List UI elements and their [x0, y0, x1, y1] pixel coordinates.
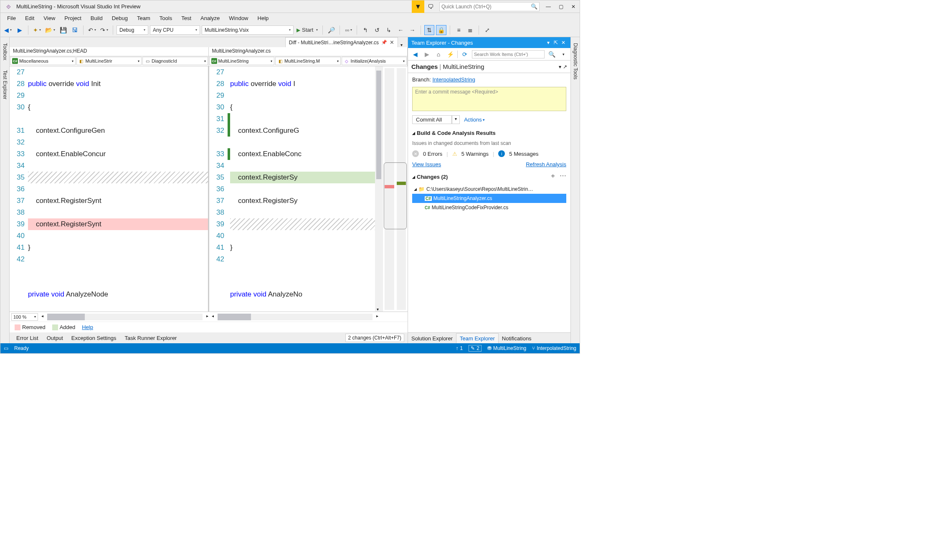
panel-pin-icon[interactable]: ⇱ [552, 40, 560, 46]
redo-button[interactable]: ↷ [99, 25, 109, 35]
menu-window[interactable]: Window [225, 14, 252, 22]
notifications-tab[interactable]: Notifications [499, 334, 535, 343]
toggle-a-button[interactable]: ⇅ [424, 25, 434, 35]
diff-right-pane[interactable]: 272829303132 33343536373839404142 public… [209, 66, 408, 312]
te-search[interactable] [472, 50, 545, 58]
te-fwd-icon[interactable]: ▶ [422, 50, 431, 59]
tree-folder[interactable]: ◢📁C:\Users\kaseyu\Source\Repos\MultiLine… [412, 185, 566, 194]
diff-tab[interactable]: Diff - MultiLineStri…ineStringAnalyzer.c… [285, 37, 398, 47]
status-push[interactable]: ↑ 1 [456, 345, 463, 351]
open-button[interactable]: 📂 [44, 25, 56, 35]
layout-button[interactable]: ▫▫ [343, 25, 353, 35]
startup-combo[interactable]: MultiLineString.Vsix [202, 25, 294, 35]
commit-split-button[interactable]: ▾ [452, 115, 460, 124]
tab-overflow-icon[interactable]: ▾ [398, 43, 405, 47]
te-refresh-icon[interactable]: ⟳ [460, 50, 469, 59]
save-button[interactable]: 💾 [58, 25, 68, 35]
toolbox-tab[interactable]: Toolbox [1, 41, 9, 63]
right-hscroll[interactable] [218, 314, 373, 320]
branch-link[interactable]: InterpolatedString [432, 76, 475, 83]
nav-left-project[interactable]: C#Miscellaneous [10, 57, 76, 65]
feedback-icon[interactable]: 🗨 [424, 3, 437, 10]
more-icon[interactable]: ⋯ [560, 172, 566, 180]
new-project-button[interactable]: ✦ [32, 25, 42, 35]
undo-button[interactable]: ↶ [87, 25, 97, 35]
vertical-scrollbar[interactable]: ▾ [375, 66, 383, 312]
te-back-icon[interactable]: ◀ [411, 50, 420, 59]
save-all-button[interactable]: 🖫 [70, 25, 80, 35]
config-combo[interactable]: Debug [117, 25, 148, 35]
menu-file[interactable]: File [3, 14, 20, 22]
task-runner-tab[interactable]: Task Runner Explorer [121, 334, 180, 342]
nav-right-class[interactable]: ◧MultiLineString.M [275, 57, 341, 65]
nav-right-project[interactable]: C#MultiLineString [209, 57, 275, 65]
arrow-left-button[interactable]: ← [395, 25, 405, 35]
menu-help[interactable]: Help [253, 14, 273, 22]
find-button[interactable]: 🔎 [326, 25, 336, 35]
menu-edit[interactable]: Edit [21, 14, 38, 22]
diagnostic-tools-tab[interactable]: Diagnostic Tools [572, 41, 579, 82]
platform-combo[interactable]: Any CPU [150, 25, 200, 35]
close-tab-icon[interactable]: ✕ [390, 39, 394, 46]
menu-build[interactable]: Build [86, 14, 107, 22]
exception-settings-tab[interactable]: Exception Settings [68, 334, 120, 342]
error-list-tab[interactable]: Error List [13, 334, 42, 342]
legend-help-link[interactable]: Help [82, 324, 93, 330]
toggle-lock-button[interactable]: 🔒 [436, 25, 446, 35]
start-button[interactable]: ▶Start [295, 25, 319, 35]
nav-back-button[interactable]: ◀ [3, 25, 13, 35]
tree-file-2[interactable]: C#MultiLineStringCodeFixProvider.cs [412, 203, 566, 212]
expand-button[interactable]: ⤢ [482, 25, 492, 35]
close-button[interactable]: ✕ [567, 0, 580, 13]
menu-debug[interactable]: Debug [108, 14, 132, 22]
zoom-combo[interactable]: 100 % [11, 313, 38, 321]
nav-right-member[interactable]: ◇Initialize(Analysis [342, 57, 407, 65]
te-search-input[interactable] [474, 52, 542, 57]
status-project[interactable]: ⛃ MultiLineString [487, 345, 526, 351]
panel-dropdown-icon[interactable]: ▾ [545, 40, 552, 46]
commit-all-button[interactable]: Commit All [412, 115, 452, 124]
menu-tools[interactable]: Tools [155, 14, 176, 22]
te-search-go-icon[interactable]: 🔍 [547, 50, 556, 59]
menu-team[interactable]: Team [133, 14, 155, 22]
overview-margin[interactable] [383, 66, 408, 312]
step-out-button[interactable]: ↰ [360, 25, 370, 35]
view-issues-link[interactable]: View Issues [412, 161, 441, 167]
commit-message-input[interactable]: Enter a commit message <Required> [412, 87, 566, 111]
output-tab[interactable]: Output [43, 334, 66, 342]
nav-left-class[interactable]: ◧MultiLineStrir [76, 57, 142, 65]
results-header[interactable]: Build & Code Analysis Results [412, 130, 566, 136]
panel-close-icon[interactable]: ✕ [560, 40, 567, 46]
refresh-analysis-link[interactable]: Refresh Analysis [526, 161, 566, 167]
right-code[interactable]: public override void I { context.Configu… [230, 66, 375, 312]
solution-explorer-tab[interactable]: Solution Explorer [408, 334, 456, 343]
indent-button[interactable]: ≡ [454, 25, 464, 35]
status-branch[interactable]: ⑂ InterpolatedString [532, 345, 576, 351]
status-pending[interactable]: ✎ 2 [469, 345, 482, 352]
tree-file-1[interactable]: C#MultiLineStringAnalyzer.cs [412, 194, 566, 203]
nav-fwd-button[interactable]: ▶ [15, 25, 25, 35]
left-hscroll[interactable] [47, 314, 203, 320]
team-explorer-tab[interactable]: Team Explorer [456, 333, 499, 343]
quick-launch[interactable]: 🔍 [439, 2, 540, 11]
test-explorer-tab[interactable]: Test Explorer [1, 68, 9, 102]
nav-left-member[interactable]: ▭DiagnosticId [142, 57, 208, 65]
pin-icon[interactable]: 📌 [381, 40, 387, 45]
changes-header[interactable]: Changes (2) [412, 174, 448, 180]
menu-project[interactable]: Project [60, 14, 85, 22]
step-in-button[interactable]: ↳ [384, 25, 394, 35]
minimize-button[interactable]: — [542, 0, 555, 13]
actions-link[interactable]: Actions ▾ [464, 117, 485, 123]
preview-badge-icon[interactable]: ▼ [412, 0, 424, 13]
te-hdr-dd-icon[interactable]: ▾ [559, 64, 561, 70]
menu-test[interactable]: Test [177, 14, 195, 22]
outdent-button[interactable]: ≣ [465, 25, 475, 35]
left-code[interactable]: public override void Init { context.Conf… [28, 66, 208, 312]
te-search-dd-icon[interactable]: ▾ [559, 50, 568, 59]
add-icon[interactable]: ＋ [550, 172, 556, 180]
te-plug-icon[interactable]: ⚡ [446, 50, 455, 59]
diff-left-pane[interactable]: 27282930 313233343536373839404142 public… [10, 66, 208, 312]
te-popout-icon[interactable]: ↗ [563, 64, 567, 70]
search-icon[interactable]: 🔍 [531, 3, 537, 10]
quick-launch-input[interactable] [441, 4, 531, 10]
